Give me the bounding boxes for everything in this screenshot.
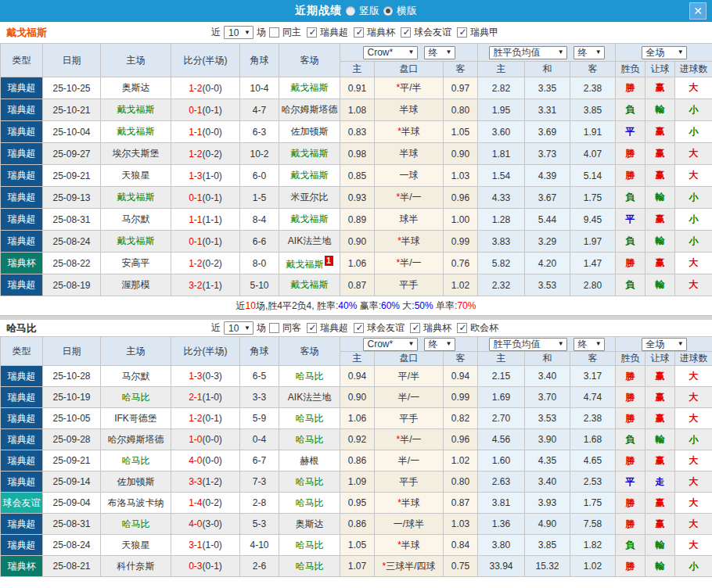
- full-time-score: 0-1: [189, 236, 202, 247]
- full-time-score: 4-0: [189, 518, 202, 529]
- avg-time-select[interactable]: 终▼: [574, 338, 605, 351]
- away-team-name: 哈马比: [296, 434, 324, 445]
- cell-date: 25-08-22: [43, 253, 101, 274]
- cell-league-type: 球会友谊: [1, 493, 43, 514]
- scope-select[interactable]: 全场▼: [642, 46, 687, 59]
- cell-corners: 3-3: [240, 387, 279, 408]
- cell-odds-home: 0.86: [340, 514, 375, 535]
- league-checkbox[interactable]: ✓: [354, 323, 364, 333]
- league-checkbox[interactable]: ✓: [307, 323, 317, 333]
- same-venue-checkbox[interactable]: [269, 323, 279, 333]
- cell-score: 1-4(0-2): [171, 493, 240, 514]
- header-group-row: 类型日期主场比分(半场)角球客场Crow*▼终▼胜平负均值▼终▼全场▼: [1, 337, 712, 352]
- cell-avg-away: 4.65: [570, 450, 616, 471]
- column-header-avg_away: 客: [570, 352, 616, 366]
- cell-date: 25-10-05: [43, 408, 101, 429]
- handicap-value: 平/半: [398, 371, 419, 382]
- odds-time-select[interactable]: 终▼: [424, 46, 455, 59]
- cell-odds-home: 0.98: [340, 143, 375, 165]
- results-table: 类型日期主场比分(半场)角球客场Crow*▼终▼胜平负均值▼终▼全场▼主盘口客主…: [0, 336, 712, 577]
- vertical-layout-radio[interactable]: [346, 6, 355, 16]
- summary-segment: 50%: [415, 300, 433, 311]
- cell-home-team: 天狼星: [101, 165, 171, 187]
- cell-score: 3-3(1-2): [171, 471, 240, 493]
- odds-source-select[interactable]: Crow*▼: [363, 338, 418, 351]
- cell-corners: 4-10: [240, 535, 279, 556]
- cell-result-wdl: 平: [616, 471, 645, 493]
- cell-league-type: 瑞典超: [1, 209, 43, 231]
- avg-time-select[interactable]: 终▼: [574, 46, 605, 59]
- league-checkbox[interactable]: ✓: [457, 323, 467, 333]
- cell-avg-home: 2.70: [478, 408, 525, 429]
- column-header-goals: 进球数: [675, 62, 712, 77]
- cell-avg-away: 1.75: [570, 493, 616, 514]
- cell-date: 25-09-21: [43, 450, 101, 471]
- cell-odds-away: 1.00: [444, 209, 478, 231]
- half-time-score: (0-1): [203, 192, 222, 203]
- handicap-value: 平/半: [400, 82, 421, 93]
- cell-score: 1-1(0-0): [171, 121, 240, 143]
- odds-time-select[interactable]: 终▼: [424, 338, 455, 351]
- away-team-name: 赫根: [300, 455, 319, 466]
- close-icon[interactable]: ✕: [689, 2, 707, 20]
- team-name: 戴戈福斯: [6, 26, 47, 40]
- cell-avg-draw: 3.69: [525, 121, 570, 143]
- cell-avg-draw: 3.85: [525, 535, 570, 556]
- cell-handicap: 半/一: [375, 450, 444, 471]
- league-checkbox-label: 瑞典超: [320, 321, 348, 335]
- cell-avg-away: 2.38: [570, 408, 616, 429]
- horizontal-layout-label[interactable]: 横版: [397, 4, 417, 18]
- avg-type-select[interactable]: 胜平负均值▼: [489, 338, 567, 351]
- cell-odds-home: 0.92: [340, 429, 375, 450]
- scope-select[interactable]: 全场▼: [642, 338, 687, 351]
- half-time-score: (1-2): [203, 476, 222, 487]
- cell-result-goals: 大: [675, 514, 712, 535]
- cell-result-goals: 小: [675, 556, 712, 577]
- cell-avg-draw: 3.40: [525, 471, 570, 493]
- league-checkbox[interactable]: ✓: [410, 323, 420, 333]
- cell-result-goals: 小: [675, 187, 712, 209]
- half-time-score: (0-2): [203, 497, 222, 508]
- cell-result-goals: 大: [675, 387, 712, 408]
- cell-odds-away: 0.80: [444, 471, 478, 493]
- cell-odds-away: 0.96: [444, 429, 478, 450]
- team-sections: 戴戈福斯近10▼场同主✓瑞典超✓瑞典杯✓球会友谊✓瑞典甲类型日期主场比分(半场)…: [0, 22, 712, 577]
- handicap-value: 平手: [400, 413, 419, 424]
- cell-odds-home: 0.83: [340, 121, 375, 143]
- cell-odds-away: 0.96: [444, 187, 478, 209]
- league-checkbox[interactable]: ✓: [457, 27, 467, 38]
- cell-avg-away: 1.82: [570, 535, 616, 556]
- cell-league-type: 瑞典超: [1, 231, 43, 253]
- cell-home-team: 佐加顿斯: [101, 471, 171, 493]
- cell-corners: 10-2: [240, 143, 279, 165]
- cell-result-handicap: 赢: [645, 121, 675, 143]
- cell-avg-draw: 3.31: [525, 99, 570, 121]
- summary-segment: 10: [246, 300, 256, 311]
- avg-type-select[interactable]: 胜平负均值▼: [489, 46, 567, 59]
- league-checkbox[interactable]: ✓: [354, 27, 364, 38]
- match-count-select[interactable]: 10▼: [224, 321, 254, 335]
- team-name: 哈马比: [6, 321, 37, 335]
- match-count-select[interactable]: 10▼: [224, 26, 254, 39]
- cell-avg-draw: 3.73: [525, 143, 570, 165]
- team-filter-bar: 哈马比近10▼场同客✓瑞典超✓球会友谊✓瑞典杯✓欧会杯: [0, 320, 712, 336]
- vertical-layout-label[interactable]: 竖版: [359, 4, 379, 18]
- league-checkbox[interactable]: ✓: [307, 27, 317, 38]
- cell-odds-away: 0.99: [444, 231, 478, 253]
- dropdown-arrow-icon: ▼: [678, 341, 684, 347]
- handicap-value: 三球半/四球: [386, 561, 435, 572]
- cell-avg-away: 1.47: [570, 253, 616, 274]
- home-team-name: 马尔默: [122, 371, 150, 382]
- cell-odds-away: 0.76: [444, 253, 478, 274]
- cell-result-handicap: 赢: [645, 143, 675, 165]
- away-team-name: 哈马比: [296, 476, 324, 487]
- horizontal-layout-radio[interactable]: [383, 6, 393, 16]
- half-time-score: (1-0): [203, 540, 222, 550]
- cell-score: 1-2(0-2): [171, 143, 240, 165]
- full-time-score: 1-2: [189, 149, 202, 160]
- same-venue-checkbox[interactable]: [269, 27, 279, 38]
- dropdown-arrow-icon: ▼: [244, 30, 250, 36]
- home-team-name: 天狼星: [122, 170, 150, 181]
- odds-source-select[interactable]: Crow*▼: [363, 46, 418, 59]
- league-checkbox[interactable]: ✓: [401, 27, 411, 38]
